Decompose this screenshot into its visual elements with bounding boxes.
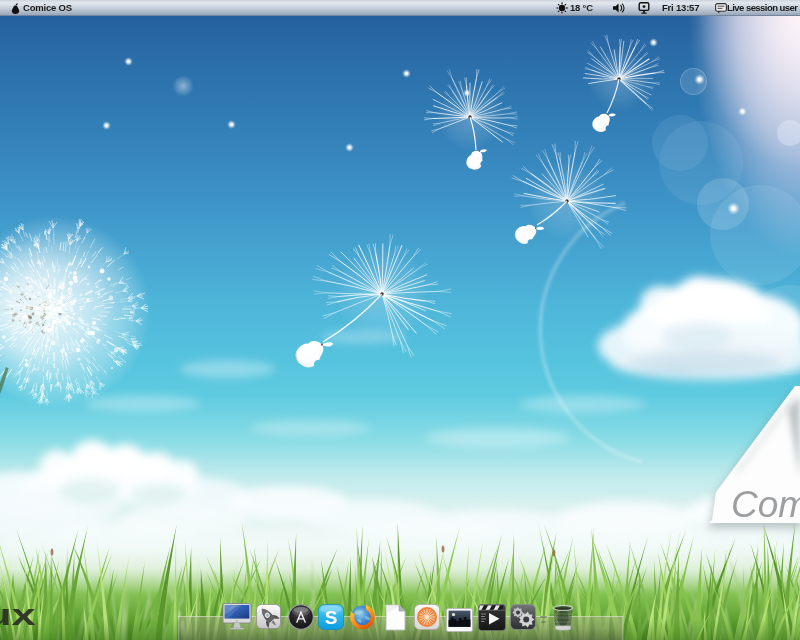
- svg-text:S: S: [325, 634, 338, 640]
- svg-text:S: S: [325, 607, 338, 628]
